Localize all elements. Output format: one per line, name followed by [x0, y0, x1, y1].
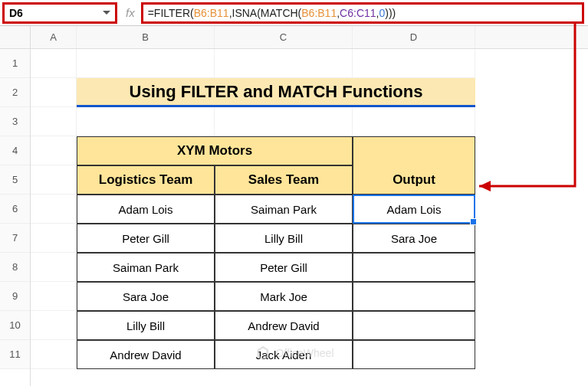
formula-range: C6:C11 [340, 7, 376, 19]
formula-seg: ,ISNA(MATCH( [229, 7, 302, 19]
cell[interactable] [31, 253, 77, 282]
cell[interactable] [353, 282, 475, 311]
fx-icon: fx [126, 6, 135, 19]
cell[interactable] [353, 253, 475, 282]
header-output[interactable]: Output [353, 165, 475, 195]
table-row: Saiman Park Peter Gill [31, 253, 588, 282]
cell[interactable] [31, 311, 77, 340]
watermark: OfficeWheel [255, 345, 334, 361]
row-header[interactable]: 6 [0, 195, 30, 224]
header-sales[interactable]: Sales Team [215, 165, 353, 195]
col-header[interactable]: D [353, 26, 475, 48]
cell[interactable] [31, 195, 77, 224]
header-logistics[interactable]: Logistics Team [77, 165, 215, 195]
watermark-text: OfficeWheel [276, 347, 334, 359]
table-row: Logistics Team Sales Team Output [31, 165, 588, 195]
col-header[interactable]: A [31, 26, 77, 48]
row-header[interactable]: 11 [0, 340, 30, 369]
cells: Using FILTER and MATCH Functions XYM Mot… [31, 49, 588, 369]
cell[interactable]: Peter Gill [77, 224, 215, 253]
name-box[interactable]: D6 [2, 2, 117, 24]
cell[interactable] [353, 340, 475, 369]
grid: A B C D Using FILTER and MATCH Functions [31, 26, 588, 386]
table-row: Peter Gill Lilly Bill Sara Joe [31, 224, 588, 253]
cell[interactable]: Andrew David [77, 340, 215, 369]
cell[interactable] [77, 49, 215, 78]
cell[interactable] [215, 49, 353, 78]
row-header[interactable]: 4 [0, 136, 30, 165]
cell[interactable] [353, 311, 475, 340]
table-row: Using FILTER and MATCH Functions [31, 78, 588, 107]
formula-seg: ))) [385, 7, 396, 19]
cell[interactable] [31, 107, 77, 136]
formula-toolbar: D6 fx =FILTER(B6:B11,ISNA(MATCH(B6:B11,C… [0, 0, 588, 26]
sheet-area: 1 2 3 4 5 6 7 8 9 10 11 A B C D [0, 26, 588, 386]
row-header[interactable]: 8 [0, 253, 30, 282]
formula-range: B6:B11 [301, 7, 337, 19]
cell[interactable] [353, 107, 475, 136]
header-xym[interactable]: XYM Motors [77, 136, 353, 165]
header-output-top[interactable] [353, 136, 475, 165]
formula-range: B6:B11 [194, 7, 229, 19]
cell[interactable] [77, 107, 215, 136]
table-row: Sara Joe Mark Joe [31, 282, 588, 311]
cell[interactable]: Sara Joe [77, 282, 215, 311]
row-header[interactable]: 1 [0, 49, 30, 78]
chevron-down-icon[interactable] [103, 11, 110, 15]
row-header[interactable]: 3 [0, 107, 30, 136]
cell[interactable] [31, 224, 77, 253]
formula-num: 0 [379, 7, 385, 19]
cell[interactable]: Sara Joe [353, 224, 475, 253]
cell[interactable]: Andrew David [215, 311, 353, 340]
cell-c6[interactable]: Saiman Park [215, 195, 353, 224]
row-headers: 1 2 3 4 5 6 7 8 9 10 11 [0, 26, 31, 386]
row-header[interactable]: 10 [0, 311, 30, 340]
table-row: Adam Lois Saiman Park Adam Lois [31, 195, 588, 224]
cell[interactable] [31, 49, 77, 78]
logo-icon [255, 345, 271, 361]
col-header[interactable]: B [77, 26, 215, 48]
formula-seg: =FILTER( [148, 7, 194, 19]
cell-d6-selected[interactable]: Adam Lois [353, 195, 475, 224]
table-row [31, 49, 588, 78]
table-row: XYM Motors [31, 136, 588, 165]
cell[interactable] [31, 282, 77, 311]
cell[interactable] [353, 49, 475, 78]
cell[interactable]: Lilly Bill [215, 224, 353, 253]
name-box-value: D6 [9, 7, 23, 19]
row-header[interactable]: 2 [0, 78, 30, 107]
col-header[interactable]: C [215, 26, 353, 48]
select-all-corner[interactable] [0, 26, 30, 49]
cell[interactable]: Peter Gill [215, 253, 353, 282]
cell-b6[interactable]: Adam Lois [77, 195, 215, 224]
cell[interactable] [31, 340, 77, 369]
cell[interactable] [31, 165, 77, 195]
cell[interactable] [215, 107, 353, 136]
formula-bar[interactable]: =FILTER(B6:B11,ISNA(MATCH(B6:B11,C6:C11,… [141, 2, 584, 24]
row-header[interactable]: 5 [0, 165, 30, 195]
cell[interactable] [31, 136, 77, 165]
cell[interactable]: Saiman Park [77, 253, 215, 282]
page-title[interactable]: Using FILTER and MATCH Functions [77, 78, 475, 107]
cell[interactable]: Mark Joe [215, 282, 353, 311]
cell[interactable] [31, 78, 77, 107]
table-row [31, 107, 588, 136]
row-header[interactable]: 7 [0, 224, 30, 253]
row-header[interactable]: 9 [0, 282, 30, 311]
cell[interactable]: Lilly Bill [77, 311, 215, 340]
column-headers: A B C D [31, 26, 588, 49]
table-row: Lilly Bill Andrew David [31, 311, 588, 340]
